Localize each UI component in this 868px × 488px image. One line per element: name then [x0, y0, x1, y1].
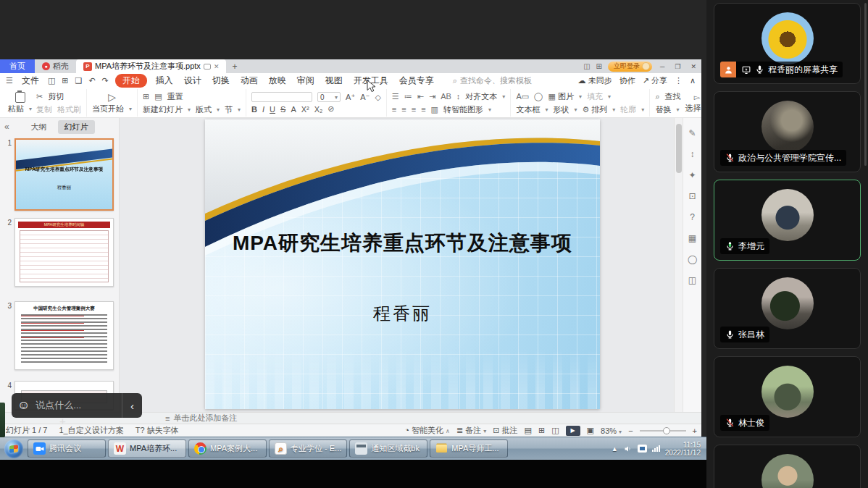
undo-icon[interactable]: ↶ [88, 76, 95, 85]
taskbar-app-folder[interactable]: MPA导师工... [430, 439, 508, 458]
fit-slide-icon[interactable]: ▣ [587, 426, 594, 435]
increase-font-button[interactable]: A⁺ [346, 93, 355, 102]
participant-tile[interactable]: 林士俊 [714, 356, 861, 437]
minimize-button[interactable]: ─ [658, 63, 667, 70]
current-slide[interactable]: MPA研究生培养重点环节及注意事项 程香丽 [205, 119, 600, 409]
preview-icon[interactable]: ❑ [75, 76, 83, 85]
start-button[interactable] [4, 439, 23, 458]
menu-slideshow[interactable]: 放映 [267, 75, 288, 87]
italic-button[interactable]: I [262, 105, 264, 114]
taskbar-app-wps[interactable]: W MPA培养环... [108, 439, 186, 458]
taskbar-app-meeting[interactable]: 腾讯会议 [28, 439, 106, 458]
taskbar-app-screenshot[interactable]: 通知区域截bk [349, 439, 427, 458]
input-method-icon[interactable] [638, 445, 647, 453]
split-view-icon[interactable]: ◫ [583, 62, 590, 70]
zoom-slider-knob[interactable] [663, 427, 670, 434]
save-icon[interactable]: ◫ [48, 76, 55, 85]
smart-beautify-button[interactable]: ◔ 智能美化 ∧ [404, 425, 450, 436]
reset-button[interactable]: 重置 [167, 91, 183, 102]
notes-button[interactable]: ≣ 备注 ▾ [456, 425, 486, 436]
share-button[interactable]: ↗ 分享 [643, 75, 667, 86]
scrollbar-thumb[interactable] [676, 124, 682, 173]
participant-tile[interactable]: 张昌林 [714, 268, 861, 349]
login-button[interactable]: 立即登录 [608, 62, 652, 72]
zoom-out-button[interactable]: − [628, 426, 633, 435]
subscript-button[interactable]: X₂ [314, 105, 323, 114]
decrease-font-button[interactable]: A⁻ [360, 93, 370, 102]
section-button[interactable]: 节 [225, 104, 233, 115]
find-button[interactable]: 查找 [665, 91, 681, 102]
outline-button[interactable]: 轮廓 [620, 104, 636, 115]
align-left-icon[interactable]: ≡ [392, 105, 396, 114]
textbox-button[interactable]: 文本框 [516, 104, 540, 115]
fill-button[interactable]: 填充 [587, 91, 603, 102]
menu-member[interactable]: 会员专享 [397, 75, 436, 87]
columns-icon[interactable]: ▥ [431, 105, 438, 114]
taskbar-clock[interactable]: 11:15 2022/11/12 [665, 441, 701, 457]
menu-design[interactable]: 设计 [182, 75, 204, 87]
hamburger-icon[interactable]: ☰ [6, 76, 13, 85]
align-center-icon[interactable]: ≡ [401, 105, 406, 114]
close-tab-icon[interactable]: ✕ [214, 63, 220, 70]
highlight-button[interactable]: ⊘ [327, 104, 334, 114]
beautify-icon[interactable]: ✦ [688, 170, 696, 180]
notes-handle-icon[interactable]: ≡ [165, 414, 170, 423]
play-from-current-button[interactable]: ▷ 当页开始▾ [92, 91, 132, 114]
properties-icon[interactable]: ↕ [690, 149, 695, 159]
participant-tile[interactable]: 政治与公共管理学院宣传... [714, 91, 861, 172]
chat-input[interactable]: ☺ 说点什么... [12, 393, 122, 418]
numbered-list-icon[interactable]: ≔ [404, 92, 412, 101]
sidebar-scrollbar[interactable] [864, 3, 867, 166]
slide-author[interactable]: 程香丽 [205, 302, 600, 325]
tab-document[interactable]: P MPA培养环节及注意事项.pptx ✕ [76, 59, 226, 73]
bold-button[interactable]: B [251, 105, 257, 114]
font-name-select[interactable] [251, 92, 312, 102]
participant-tile-sharing[interactable]: 程香丽的屏幕共享 [714, 3, 861, 84]
replace-button[interactable]: 替换 [655, 104, 671, 115]
more-menu-icon[interactable]: ⋮ [675, 76, 683, 85]
zoom-level[interactable]: 83% ▾ [601, 426, 622, 435]
collab-button[interactable]: 协作 [619, 75, 635, 86]
close-button[interactable]: ✕ [688, 63, 698, 70]
text-direction-icon[interactable]: AB [441, 92, 451, 101]
increase-indent-icon[interactable]: ⇥ [429, 92, 435, 101]
slide-title[interactable]: MPA研究生培养重点环节及注意事项 [205, 230, 600, 257]
new-tab-button[interactable]: + [226, 59, 243, 73]
picture-button[interactable]: ▦ 图片 [548, 91, 573, 102]
menu-review[interactable]: 审阅 [295, 75, 317, 87]
align-right-icon[interactable]: ≡ [412, 105, 416, 114]
reader-icon[interactable]: ◫ [688, 275, 696, 285]
participant-tile-speaking[interactable]: 李增元 [714, 180, 861, 261]
font-size-select[interactable]: 0▾ [317, 92, 341, 102]
bullet-list-icon[interactable]: ☰ [392, 92, 399, 101]
taskbar-app-search[interactable]: 专业学位 - E... [269, 439, 347, 458]
font-color-button[interactable]: A [291, 105, 296, 114]
menu-transition[interactable]: 切换 [210, 75, 232, 87]
underline-button[interactable]: U [270, 105, 275, 114]
slide-canvas[interactable]: MPA研究生培养重点环节及注意事项 程香丽 [120, 118, 674, 412]
quick-tools-icon[interactable]: ✎ [688, 128, 696, 138]
select-button[interactable]: ▻ 选择▾ [685, 93, 701, 114]
comment-bubble-icon[interactable] [204, 64, 211, 70]
help-icon[interactable]: ? [690, 212, 695, 222]
zoom-slider[interactable] [640, 430, 686, 432]
slideshow-play-button[interactable]: ▶ [566, 426, 580, 436]
print-icon[interactable]: ⊞ [62, 76, 68, 85]
collapse-ribbon-icon[interactable]: ∧ [690, 76, 696, 85]
layout-button[interactable]: 版式 [196, 104, 212, 115]
paste-button[interactable]: 粘贴▾ [8, 92, 32, 114]
menu-animation[interactable]: 动画 [238, 75, 260, 87]
superscript-button[interactable]: X² [301, 105, 309, 114]
menu-view[interactable]: 视图 [323, 75, 345, 87]
canvas-scrollbar[interactable] [674, 118, 683, 412]
tab-docer[interactable]: ● 稻壳 [35, 59, 76, 73]
tab-home[interactable]: 首页 [0, 59, 35, 73]
new-slide-button[interactable]: 新建幻灯片 [143, 104, 183, 115]
shape-button[interactable]: 形状 [553, 104, 569, 115]
redo-icon[interactable]: ↷ [102, 76, 109, 85]
zoom-in-button[interactable]: + [693, 426, 697, 435]
cut-button[interactable]: ✂剪切 [36, 91, 81, 102]
comment-panel-icon[interactable]: ⊡ [688, 191, 696, 201]
copy-button[interactable]: 复制 [36, 104, 52, 115]
sync-status[interactable]: ☁ 未同步 [578, 75, 612, 86]
